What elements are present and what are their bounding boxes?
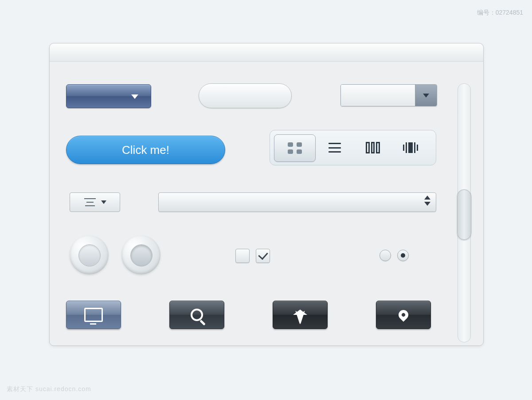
segment-grid[interactable] — [274, 134, 316, 162]
chevron-down-icon — [424, 202, 430, 206]
select-input[interactable] — [158, 192, 436, 212]
location-pin-icon — [396, 308, 410, 322]
radio-dot-icon — [401, 253, 405, 258]
checkbox-unchecked[interactable] — [235, 249, 250, 263]
grid-icon — [288, 142, 302, 154]
star-icon — [293, 310, 307, 315]
check-icon — [258, 250, 268, 260]
search-button[interactable] — [169, 301, 224, 329]
combo-field[interactable] — [341, 85, 415, 106]
radio-checked[interactable] — [397, 250, 409, 261]
segment-columns[interactable] — [354, 134, 392, 161]
location-button[interactable] — [376, 301, 431, 329]
combo-dropdown-button[interactable] — [415, 85, 437, 106]
checkbox-checked[interactable] — [256, 249, 270, 263]
filter-dropdown[interactable] — [70, 192, 120, 212]
panel-titlebar[interactable] — [50, 43, 483, 62]
round-button-inset[interactable] — [121, 235, 160, 275]
segment-list[interactable] — [316, 134, 354, 161]
list-icon — [329, 143, 341, 153]
blue-dropdown-button[interactable] — [66, 84, 151, 108]
combo-box[interactable] — [340, 84, 437, 106]
radio-unchecked[interactable] — [379, 250, 391, 261]
panel-content: Click me! — [50, 61, 483, 345]
ui-kit-panel: Click me! — [49, 43, 484, 346]
filter-icon — [83, 198, 97, 206]
segmented-control — [270, 130, 436, 165]
chevron-up-icon — [424, 196, 430, 200]
click-me-button[interactable]: Click me! — [66, 136, 225, 164]
image-id-label: 编号：02724851 — [477, 9, 523, 17]
vertical-scrollbar[interactable] — [458, 83, 471, 342]
stepper-arrows[interactable] — [424, 196, 430, 206]
columns-icon — [366, 142, 380, 153]
monitor-icon — [84, 308, 103, 322]
monitor-button[interactable] — [66, 301, 121, 329]
scrollbar-thumb[interactable] — [457, 189, 471, 240]
search-icon — [191, 309, 203, 321]
pill-button[interactable] — [199, 83, 292, 108]
chevron-down-icon — [101, 200, 106, 204]
star-button[interactable] — [273, 301, 328, 329]
watermark-text: 素材天下 sucai.redocn.com — [7, 385, 91, 393]
barcode-icon — [403, 142, 419, 153]
chevron-down-icon — [423, 94, 429, 98]
round-button-raised[interactable] — [70, 235, 109, 275]
knob-inner — [78, 244, 101, 267]
chevron-down-icon — [131, 94, 138, 99]
segment-barcode[interactable] — [392, 134, 430, 161]
knob-inner — [130, 244, 153, 267]
